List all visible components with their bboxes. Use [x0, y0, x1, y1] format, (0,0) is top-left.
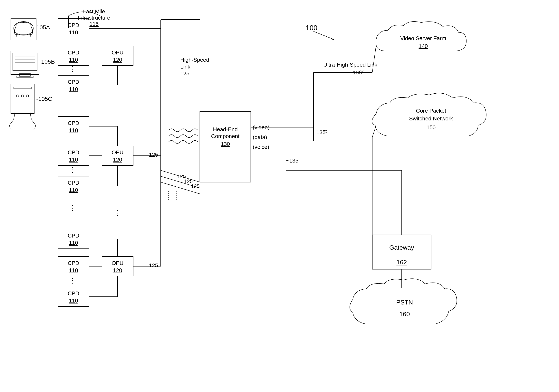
link-125-b3: 125 [191, 183, 199, 189]
opu2-label: OPU [112, 149, 124, 155]
svg-rect-5 [17, 27, 30, 32]
cpd2-label: CPD [68, 50, 79, 56]
cpd2-number: 110 [69, 57, 78, 63]
last-mile-label2: Infrastructure [78, 15, 110, 21]
gateway-label: Gateway [389, 244, 414, 251]
voice-label: (voice) [253, 144, 269, 150]
pstn-number: 160 [399, 310, 410, 318]
video-server-label1: Video Server Farm [400, 35, 446, 41]
cpd4-number: 110 [69, 127, 78, 133]
diagram-container: 100 105A 105B -105C CPD 110 CPD 110 ⋮ CP… [0, 0, 559, 392]
cpd5-label: CPD [68, 149, 79, 155]
cpd1-number: 110 [69, 29, 78, 36]
cpd9-label: CPD [68, 290, 79, 296]
link-125-opu2: 125 [149, 152, 158, 158]
cpd7-number: 110 [69, 240, 78, 246]
link-135t: ~135 [286, 158, 298, 164]
cpd6-number: 110 [69, 187, 78, 193]
opu3-label: OPU [112, 260, 124, 266]
cpd8-number: 110 [69, 267, 78, 273]
cpd4-label: CPD [68, 120, 79, 126]
head-end-number: 130 [221, 141, 230, 147]
cpd3-label: CPD [68, 79, 79, 85]
opu3-number: 120 [113, 267, 122, 273]
opu1-number: 120 [113, 57, 122, 63]
core-network-number: 150 [427, 124, 436, 130]
svg-text:⋮: ⋮ [69, 166, 76, 174]
head-end-label1: Head-End [213, 126, 238, 132]
svg-text:⋮: ⋮ [69, 276, 76, 284]
high-speed-label: High-Speed [180, 57, 209, 63]
cpd3-number: 110 [69, 86, 78, 92]
link-135t-sub: T [301, 158, 303, 163]
cpd1-label: CPD [68, 22, 79, 28]
cpd8-label: CPD [68, 260, 79, 266]
head-end-label2: Component [211, 133, 240, 139]
last-mile-label: Last Mile [83, 9, 105, 15]
ultra-high-speed-label: Ultra-High-Speed Link [323, 62, 377, 68]
label-105a: 105A [36, 24, 50, 31]
svg-text:⋮: ⋮ [69, 65, 76, 73]
high-speed-label2: Link [180, 64, 190, 70]
link-135d-sub: D [324, 129, 327, 134]
pstn-label: PSTN [396, 299, 413, 306]
ultra-high-speed-v: V [361, 70, 363, 74]
svg-text:⋮: ⋮ [114, 209, 121, 217]
label-105c: -105C [36, 96, 52, 102]
label-105b: 105B [41, 58, 55, 65]
svg-text:⋮: ⋮ [69, 204, 76, 212]
gateway-number: 162 [396, 259, 407, 266]
cpd9-number: 110 [69, 298, 78, 304]
video-server-number: 140 [419, 43, 428, 49]
high-speed-number: 125 [180, 71, 189, 77]
opu2-number: 120 [113, 157, 122, 163]
cpd5-number: 110 [69, 157, 78, 163]
core-network-label2: Switched Network [409, 116, 453, 122]
cpd6-label: CPD [68, 180, 79, 186]
core-network-label1: Core Packet [416, 108, 446, 114]
ref-100: 100 [306, 24, 317, 32]
opu1-label: OPU [112, 50, 124, 56]
last-mile-number: 115 [90, 21, 99, 27]
cpd7-label: CPD [68, 233, 79, 239]
link-125-opu3: 125 [149, 262, 158, 268]
